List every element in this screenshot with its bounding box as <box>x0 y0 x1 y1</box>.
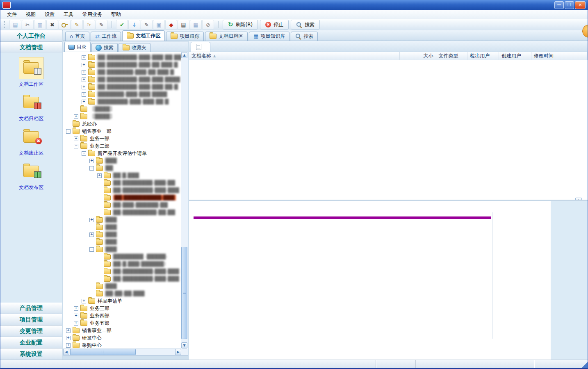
tree-node[interactable]: +██ ████████-███-██ ███ █ <box>64 61 181 68</box>
expand-icon[interactable]: + <box>74 137 78 141</box>
tree-horizontal-scrollbar[interactable]: ◀ ▶ <box>63 348 181 355</box>
print-button[interactable]: ▤ <box>178 20 189 30</box>
edit-doc-button[interactable]: ✎ <box>141 20 153 30</box>
expand-icon[interactable]: + <box>82 85 86 89</box>
tree-node[interactable]: −业务二部 <box>64 142 181 150</box>
tree-node[interactable]: ██-█████████-██.██ <box>64 209 181 216</box>
tree-node[interactable]: −███ <box>64 246 181 253</box>
tree-node[interactable]: +业务五部 <box>64 319 181 327</box>
collapse-icon[interactable]: − <box>74 144 78 148</box>
tree-node[interactable]: +业务三部 <box>64 305 181 312</box>
column-header-大小[interactable]: 大小 <box>400 52 436 60</box>
tree-node[interactable]: ██-█.███(██████) <box>64 260 181 268</box>
expand-icon[interactable]: + <box>89 232 94 237</box>
cut-button[interactable]: ✂ <box>22 20 34 30</box>
tree-node[interactable]: +采购中心 <box>64 342 181 348</box>
tree-node[interactable]: +██ ████████-███-███ ████ <box>64 76 181 83</box>
tree-node[interactable]: ███ <box>64 238 181 246</box>
resize-grip-icon[interactable] <box>581 362 588 368</box>
collapse-icon[interactable]: − <box>89 166 94 171</box>
expand-icon[interactable]: + <box>82 92 86 97</box>
expand-icon[interactable]: + <box>89 159 94 163</box>
tree-node[interactable]: +██ ████████-███-███ ██ ██ <box>64 54 181 61</box>
tree-node[interactable]: +███████-███-███ ████ <box>64 91 181 98</box>
sidebar-section-企业配置[interactable]: 企业配置 <box>0 337 62 348</box>
eraser-button[interactable]: ◆ <box>165 20 177 30</box>
tree-node[interactable]: ██-████████-███-███ <box>64 275 181 282</box>
nav-tab-workflow[interactable]: ⇄工作流 <box>91 32 121 41</box>
download-button[interactable]: ↓ <box>128 20 140 30</box>
edit-hand-button[interactable]: ✎ <box>71 20 83 30</box>
tree-node[interactable]: +███ <box>64 231 181 238</box>
restore-button[interactable]: ❐ <box>565 1 574 9</box>
tree-tab-favorites[interactable]: 收藏夹 <box>119 43 150 52</box>
delete-button[interactable]: ✖ <box>46 20 58 30</box>
scrollbar-thumb[interactable] <box>70 349 136 355</box>
tree-node[interactable]: 总经办 <box>64 120 181 128</box>
expand-icon[interactable]: + <box>74 321 78 326</box>
expand-icon[interactable]: + <box>82 63 86 67</box>
tree-node[interactable]: +业务一部 <box>64 135 181 142</box>
tree-node[interactable]: −██ <box>64 164 181 172</box>
tree-node[interactable]: ██-████████-███-███ <box>64 187 181 194</box>
sidebar-item-文档废止区[interactable]: ✖文档废止区 <box>0 126 62 157</box>
expand-icon[interactable]: + <box>82 299 86 303</box>
expand-icon[interactable]: + <box>82 55 86 60</box>
point-button[interactable]: ☞ <box>83 20 95 30</box>
tree-node[interactable]: ███ <box>64 282 181 290</box>
nav-tab-folder[interactable]: 文档工作区 <box>122 30 165 41</box>
nav-tab-folder-clock[interactable]: 项目跟踪 <box>166 32 204 41</box>
sidebar-section-个人工作台[interactable]: 个人工作台 <box>0 30 62 42</box>
menu-item[interactable]: 帮助 <box>107 10 125 19</box>
collapse-icon[interactable]: − <box>82 151 86 156</box>
column-header-创建用户[interactable]: 创建用户 <box>499 52 531 60</box>
nav-tab-home[interactable]: ⌂首页 <box>65 32 89 41</box>
new-doc-button[interactable]: ▤ <box>9 20 21 30</box>
tree-node[interactable]: +██ █.███ <box>64 172 181 179</box>
expand-icon[interactable]: + <box>74 306 78 311</box>
sidebar-item-文档工作区[interactable]: 文档工作区 <box>0 57 62 88</box>
stop-button[interactable]: ✖停止 <box>260 20 289 30</box>
scroll-down-icon[interactable]: ▼ <box>181 342 187 348</box>
expand-icon[interactable]: + <box>97 173 102 178</box>
expand-icon[interactable]: + <box>74 114 78 119</box>
menu-item[interactable]: 文件 <box>3 10 21 19</box>
sidebar-section-产品管理[interactable]: 产品管理 <box>0 303 62 314</box>
tree-node[interactable]: ██ ██████████-███ <box>64 194 181 201</box>
tree-node[interactable]: 【████】 <box>64 105 181 113</box>
search-button[interactable]: 搜索 <box>291 20 320 30</box>
column-header-修改时间[interactable]: 修改时间 <box>531 52 582 60</box>
expand-icon[interactable]: + <box>66 328 71 333</box>
expand-icon[interactable]: + <box>89 218 94 222</box>
tree-node[interactable]: −销售事业一部 <box>64 128 181 135</box>
expand-icon[interactable]: + <box>82 77 86 82</box>
expand-icon[interactable]: + <box>66 343 71 348</box>
tree-tab-globe-search[interactable]: 搜索 <box>91 43 118 52</box>
tree-node[interactable]: +【████】 <box>64 113 181 120</box>
sidebar-item-文档归档区[interactable]: 文档归档区 <box>0 91 62 122</box>
scroll-left-icon[interactable]: ◀ <box>63 349 69 355</box>
tree-node[interactable]: ██ ████████-███-██ <box>64 179 181 187</box>
tree-node[interactable]: +业务四部 <box>64 312 181 319</box>
expand-icon[interactable]: + <box>74 314 78 318</box>
menu-item[interactable]: 视图 <box>22 10 40 19</box>
copy-doc-button[interactable]: ▣ <box>153 20 165 30</box>
doc-block-button[interactable]: ⊘ <box>202 20 214 30</box>
paste-button[interactable]: ▥ <box>34 20 46 30</box>
column-header-文档名称[interactable]: 文档名称▲ <box>189 52 400 60</box>
check-in-button[interactable]: ✔ <box>116 20 128 30</box>
collapse-icon[interactable]: − <box>66 129 71 134</box>
tab-document-list[interactable] <box>191 42 210 52</box>
tree-vertical-scrollbar[interactable]: ▲ ▼ <box>181 52 188 348</box>
tree-node[interactable]: ████████ -█████- <box>64 253 181 260</box>
collapse-icon[interactable]: − <box>89 247 94 252</box>
scroll-right-icon[interactable]: ▶ <box>175 349 181 355</box>
minimize-button[interactable]: — <box>554 1 564 9</box>
sidebar-section-系统设置[interactable]: 系统设置 <box>0 348 62 360</box>
refresh-button[interactable]: ↻刷新(R) <box>223 20 258 30</box>
tree-tab-directory[interactable]: 目录 <box>64 42 91 52</box>
tree-node[interactable]: +███ <box>64 216 181 223</box>
tree-node[interactable]: +样品申请单 <box>64 297 181 305</box>
nav-tab-knowledge[interactable]: ▦项目知识库 <box>249 32 289 41</box>
nav-tab-search[interactable]: 搜索 <box>291 32 318 41</box>
